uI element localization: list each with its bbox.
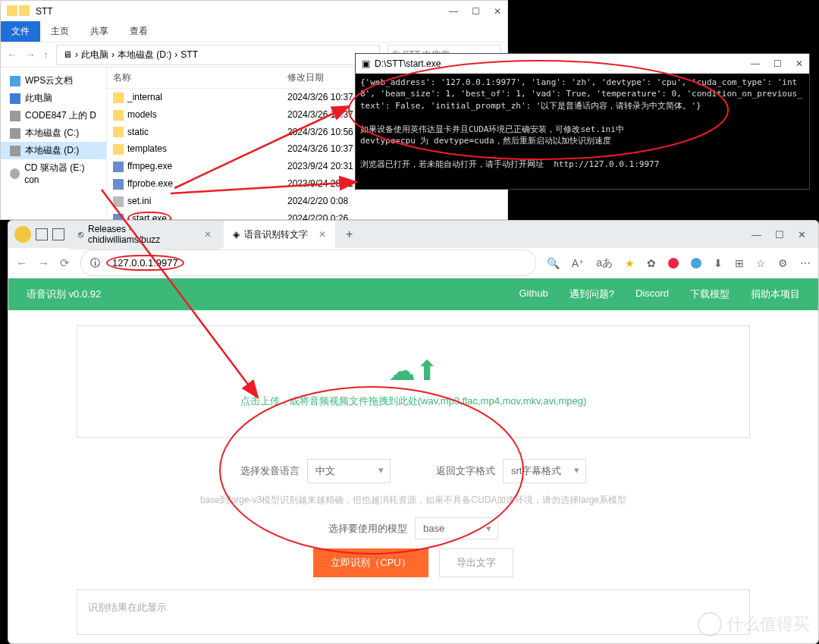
export-button[interactable]: 导出文字 — [439, 548, 513, 577]
read-aloud-icon[interactable]: A⁺ — [572, 257, 584, 269]
tab-icon: ⎋ — [78, 229, 83, 240]
forward-button[interactable]: → — [38, 256, 49, 269]
extension-icon[interactable]: ⚙ — [778, 257, 788, 269]
search-icon[interactable]: 🔍 — [547, 257, 560, 269]
forward-button[interactable]: → — [25, 49, 36, 61]
browser-window: ⎋Releases · chidiwilliams/buzz✕◈语音识别转文字✕… — [8, 220, 819, 644]
close-button[interactable]: ✕ — [798, 229, 806, 240]
upload-hint: 点击上传，或将音频视频文件拖拽到此处(wav,mp3,flac,mp4,mov,… — [106, 394, 720, 408]
sidebar-item[interactable]: WPS云文档 — [1, 72, 106, 90]
refresh-button[interactable]: ⟳ — [60, 256, 70, 270]
profile-avatar-icon[interactable] — [14, 226, 31, 243]
nav-link[interactable]: 下载模型 — [690, 287, 730, 301]
model-label: 选择要使用的模型 — [328, 522, 407, 536]
file-icon — [113, 93, 124, 103]
breadcrumb[interactable]: 🖥 ›此电脑 ›本地磁盘 (D:) ›STT — [56, 45, 380, 65]
close-button[interactable]: ✕ — [795, 58, 803, 69]
page-main: ☁⬆ 点击上传，或将音频视频文件拖拽到此处(wav,mp3,flac,mp4,m… — [8, 310, 818, 644]
drive-icon — [10, 93, 20, 104]
format-select[interactable]: srt字幕格式 — [503, 459, 586, 483]
favorite-icon[interactable]: ★ — [625, 257, 635, 269]
maximize-button[interactable]: ☐ — [775, 229, 784, 240]
tab-view[interactable]: 查看 — [119, 21, 158, 42]
file-icon — [113, 144, 124, 155]
result-output: 识别结果在此显示 — [77, 589, 750, 635]
folder-icon — [7, 5, 31, 18]
sidebar-toggle-icon[interactable] — [36, 228, 48, 240]
maximize-button[interactable]: ☐ — [774, 58, 782, 69]
favorites-icon[interactable]: ☆ — [756, 257, 766, 269]
browser-tab[interactable]: ⎋Releases · chidiwilliams/buzz✕ — [69, 220, 221, 250]
up-button[interactable]: ↑ — [43, 49, 49, 61]
sidebar-item[interactable]: 此电脑 — [1, 90, 106, 107]
nav-link[interactable]: Github — [519, 287, 548, 301]
browser-tab[interactable]: ◈语音识别转文字✕ — [224, 220, 335, 250]
extensions-icon[interactable]: ✿ — [647, 257, 656, 269]
drive-icon — [10, 111, 20, 121]
upload-dropzone[interactable]: ☁⬆ 点击上传，或将音频视频文件拖拽到此处(wav,mp3,flac,mp4,m… — [77, 325, 750, 438]
minimize-button[interactable]: — — [752, 229, 761, 240]
file-icon — [113, 110, 124, 121]
new-tab-button[interactable]: + — [340, 225, 359, 244]
format-label: 返回文字格式 — [436, 464, 495, 478]
drive-icon — [10, 128, 20, 139]
explorer-titlebar[interactable]: STT — ☐ ✕ — [1, 1, 507, 22]
file-icon — [113, 179, 124, 190]
tab-share[interactable]: 共享 — [80, 21, 119, 42]
tab-strip: ⎋Releases · chidiwilliams/buzz✕◈语音识别转文字✕… — [8, 221, 818, 248]
drive-icon — [10, 168, 20, 179]
pc-icon: 🖥 — [63, 49, 72, 60]
sidebar-item[interactable]: CD 驱动器 (E:) con — [1, 159, 106, 187]
minimize-button[interactable]: — — [449, 6, 458, 17]
watermark-text: 什么值得买 — [726, 613, 810, 636]
console-output: {'web_address': '127.0.0.1:9977', 'lang'… — [356, 74, 809, 173]
minimize-button[interactable]: — — [751, 58, 760, 69]
page-navbar: 语音识别 v0.0.92 Github遇到问题?Discord下载模型捐助本项目 — [8, 278, 818, 310]
back-button[interactable]: ← — [16, 256, 27, 269]
cloud-upload-icon: ☁⬆ — [106, 355, 720, 387]
tab-icon: ◈ — [233, 229, 240, 240]
close-button[interactable]: ✕ — [494, 6, 501, 17]
file-row[interactable]: set.ini2024/2/20 0:08 — [107, 193, 507, 210]
nav-pane: WPS云文档此电脑CODE847 上的 D本地磁盘 (C:)本地磁盘 (D:)C… — [1, 68, 107, 219]
start-button[interactable]: 立即识别（CPU） — [313, 548, 428, 577]
exe-icon: ▣ — [362, 58, 370, 69]
ribbon-tabs: 文件 主页 共享 查看 — [1, 22, 507, 42]
close-tab-icon[interactable]: ✕ — [318, 229, 326, 240]
nav-link[interactable]: 捐助本项目 — [751, 287, 800, 301]
translate-icon[interactable]: aあ — [596, 256, 613, 270]
sidebar-item[interactable]: CODE847 上的 D — [1, 107, 106, 124]
file-icon — [113, 196, 124, 207]
lang-label: 选择发音语言 — [240, 464, 300, 478]
nav-link[interactable]: 遇到问题? — [570, 287, 614, 301]
workspaces-icon[interactable] — [52, 228, 64, 240]
tab-home[interactable]: 主页 — [40, 21, 80, 42]
console-title: D:\STT\start.exe — [375, 58, 441, 69]
model-select[interactable]: base — [415, 517, 498, 539]
page-title: 语音识别 v0.0.92 — [27, 287, 101, 301]
col-name[interactable]: 名称 — [107, 68, 281, 88]
ext-blue-icon[interactable] — [691, 258, 701, 269]
menu-button[interactable]: ⋯ — [800, 257, 811, 269]
console-window: ▣ D:\STT\start.exe — ☐ ✕ {'web_address':… — [355, 53, 810, 190]
download-icon[interactable]: ⬇ — [714, 257, 723, 269]
file-icon — [113, 162, 124, 172]
sidebar-item[interactable]: 本地磁盘 (D:) — [1, 142, 106, 159]
console-titlebar[interactable]: ▣ D:\STT\start.exe — ☐ ✕ — [356, 54, 809, 74]
file-icon — [113, 127, 124, 137]
url-text: 127.0.0.1:9977 — [106, 255, 184, 271]
url-input[interactable]: ⓘ 127.0.0.1:9977 — [80, 250, 536, 276]
info-icon[interactable]: ⓘ — [90, 256, 100, 270]
smile-icon — [698, 612, 722, 636]
back-button[interactable]: ← — [7, 49, 17, 61]
maximize-button[interactable]: ☐ — [472, 6, 480, 17]
watermark: 什么值得买 — [698, 612, 810, 636]
tab-file[interactable]: 文件 — [1, 21, 40, 42]
model-hint: base到large-v3模型识别越来越精确，但也越消耗资源，如果不具备CUDA… — [77, 494, 750, 507]
nav-link[interactable]: Discord — [635, 287, 669, 301]
sidebar-item[interactable]: 本地磁盘 (C:) — [1, 124, 106, 142]
lang-select[interactable]: 中文 — [307, 459, 391, 483]
ext-opera-icon[interactable] — [668, 258, 679, 269]
collections-icon[interactable]: ⊞ — [735, 257, 744, 269]
close-tab-icon[interactable]: ✕ — [204, 229, 212, 240]
